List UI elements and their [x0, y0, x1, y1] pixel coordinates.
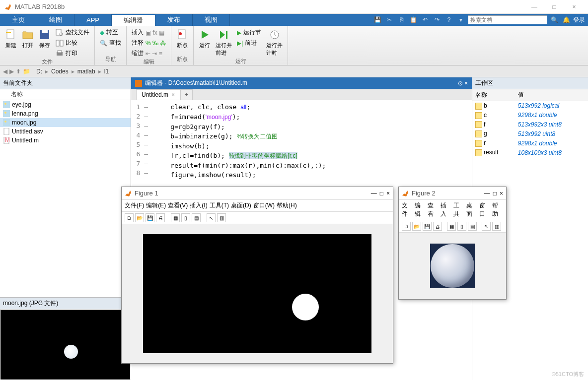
- file-item[interactable]: lenna.png: [0, 109, 131, 118]
- file-item[interactable]: eye.jpg: [0, 100, 131, 109]
- menu-insert[interactable]: 插入: [441, 201, 451, 218]
- run-section-button[interactable]: ▶运行节: [236, 28, 262, 37]
- menu-edit[interactable]: 编辑: [415, 201, 426, 218]
- insert-button[interactable]: 插入 ▣ fx ▦: [131, 28, 167, 37]
- bell-icon[interactable]: 🔔: [561, 15, 571, 25]
- menu-help[interactable]: 帮助: [492, 201, 503, 218]
- forward-button[interactable]: ▶: [9, 68, 14, 75]
- close-button[interactable]: ×: [564, 0, 584, 14]
- tool-icon[interactable]: ▯: [181, 213, 190, 222]
- search-input[interactable]: [470, 17, 545, 23]
- copy-icon[interactable]: ⎘: [396, 15, 406, 25]
- tab-view[interactable]: 视图: [193, 14, 230, 26]
- figure1-titlebar[interactable]: Figure 1 — □ ×: [122, 187, 393, 200]
- maximize-button[interactable]: □: [544, 0, 564, 14]
- tool-icon[interactable]: ▦: [447, 222, 456, 231]
- name-column[interactable]: 名称: [11, 90, 23, 99]
- tool-icon[interactable]: ▥: [217, 213, 226, 222]
- menu-view[interactable]: 查看: [428, 201, 439, 218]
- open-fig-icon[interactable]: 📂: [412, 222, 421, 231]
- menu-window[interactable]: 窗口(W): [253, 201, 275, 210]
- figure2-window[interactable]: Figure 2 — □ × 文件 编辑 查看 插入 工具 桌面 窗口 帮助 🗋…: [398, 187, 507, 300]
- indent-button[interactable]: 缩进 ⇤ ⇥ ≡: [131, 49, 167, 58]
- run-time-button[interactable]: 运行并 计时: [265, 28, 284, 58]
- open-fig-icon[interactable]: 📂: [135, 213, 144, 222]
- breakpoint-button[interactable]: 断点: [175, 28, 189, 50]
- up-button[interactable]: ⬆: [16, 68, 21, 75]
- fig-max-button[interactable]: □: [380, 190, 383, 197]
- ws-col-value[interactable]: 值: [515, 89, 588, 101]
- tab-app[interactable]: APP: [74, 14, 112, 26]
- tab-plot[interactable]: 绘图: [37, 14, 74, 26]
- fig-close-button[interactable]: ×: [500, 190, 503, 197]
- redo-icon[interactable]: ↷: [432, 15, 442, 25]
- goto-button[interactable]: ◆转至: [99, 28, 122, 37]
- paste-icon[interactable]: 📋: [408, 15, 418, 25]
- run-advance-button[interactable]: 运行并 前进: [215, 28, 233, 58]
- workspace-row[interactable]: g513x992 uint8: [472, 129, 588, 138]
- fig-close-button[interactable]: ×: [386, 190, 390, 197]
- add-tab-button[interactable]: +: [180, 89, 193, 100]
- workspace-row[interactable]: r9298x1 double: [472, 138, 588, 148]
- tab-publish[interactable]: 发布: [155, 14, 193, 26]
- tool-icon[interactable]: ▥: [492, 222, 501, 231]
- save-fig-icon[interactable]: 💾: [423, 222, 432, 231]
- search-docs[interactable]: [468, 15, 547, 24]
- workspace-row[interactable]: f513x992x3 uint8: [472, 120, 588, 129]
- new-fig-icon[interactable]: 🗋: [402, 222, 411, 231]
- figure2-titlebar[interactable]: Figure 2 — □ ×: [399, 187, 506, 200]
- menu-view[interactable]: 查看(V): [168, 201, 188, 210]
- breadcrumb[interactable]: D:▸ Codes▸ matlab▸ l1: [36, 68, 109, 75]
- menu-desktop[interactable]: 桌面: [466, 201, 477, 218]
- fig-min-button[interactable]: —: [371, 190, 377, 197]
- help-icon[interactable]: ?: [444, 15, 454, 25]
- menu-window[interactable]: 窗口: [479, 201, 490, 218]
- print-button[interactable]: 打印: [55, 49, 90, 58]
- minimize-button[interactable]: —: [524, 0, 544, 14]
- menu-edit[interactable]: 编辑(E): [146, 201, 166, 210]
- compare-button[interactable]: 比较: [55, 38, 90, 48]
- save-button[interactable]: 保存: [38, 28, 52, 50]
- new-button[interactable]: 新建: [4, 28, 18, 50]
- tab-editor[interactable]: 编辑器: [112, 14, 155, 26]
- cursor-icon[interactable]: ↖: [207, 213, 216, 222]
- tool-icon[interactable]: ▯: [457, 222, 466, 231]
- file-item[interactable]: Untitled.asv: [0, 127, 131, 136]
- file-item[interactable]: moon.jpg: [0, 118, 131, 127]
- login-link[interactable]: 登录: [573, 16, 585, 24]
- advance-button[interactable]: ▶|前进: [236, 38, 262, 48]
- menu-tools[interactable]: 工具(T): [210, 201, 229, 210]
- dropdown-icon[interactable]: ▾: [456, 15, 466, 25]
- figure1-window[interactable]: Figure 1 — □ × 文件(F) 编辑(E) 查看(V) 插入(I) 工…: [121, 187, 393, 364]
- cut-icon[interactable]: ✂: [384, 15, 394, 25]
- workspace-row[interactable]: c9298x1 double: [472, 111, 588, 120]
- fig-max-button[interactable]: □: [493, 190, 497, 197]
- tool-icon[interactable]: ▤: [192, 213, 201, 222]
- fig-min-button[interactable]: —: [484, 190, 490, 197]
- new-fig-icon[interactable]: 🗋: [125, 213, 134, 222]
- editor-dock-icon[interactable]: ⊙ ×: [458, 80, 468, 87]
- print-fig-icon[interactable]: 🖨: [433, 222, 442, 231]
- find-files-button[interactable]: 查找文件: [55, 28, 90, 37]
- menu-tools[interactable]: 工具: [453, 201, 464, 218]
- workspace-row[interactable]: result108x109x3 uint8: [472, 148, 588, 157]
- back-button[interactable]: ◀: [3, 68, 7, 75]
- menu-help[interactable]: 帮助(H): [277, 201, 297, 210]
- print-fig-icon[interactable]: 🖨: [156, 213, 165, 222]
- menu-insert[interactable]: 插入(I): [190, 201, 207, 210]
- save-fig-icon[interactable]: 💾: [146, 213, 154, 222]
- close-tab-icon[interactable]: ×: [171, 91, 175, 98]
- run-button[interactable]: 运行: [198, 28, 212, 50]
- cursor-icon[interactable]: ↖: [482, 222, 491, 231]
- menu-file[interactable]: 文件: [402, 201, 413, 218]
- save-icon[interactable]: 💾: [372, 15, 382, 25]
- undo-icon[interactable]: ↶: [420, 15, 430, 25]
- menu-file[interactable]: 文件(F): [125, 201, 144, 210]
- comment-button[interactable]: 注释 % ‰ ⁂: [131, 38, 167, 48]
- tab-home[interactable]: 主页: [0, 14, 37, 26]
- open-button[interactable]: 打开: [21, 28, 35, 50]
- menu-desktop[interactable]: 桌面(D): [231, 201, 251, 210]
- file-item[interactable]: MUntitled.m: [0, 136, 131, 145]
- search-button-icon[interactable]: 🔍: [549, 15, 559, 25]
- workspace-row[interactable]: b513x992 logical: [472, 101, 588, 111]
